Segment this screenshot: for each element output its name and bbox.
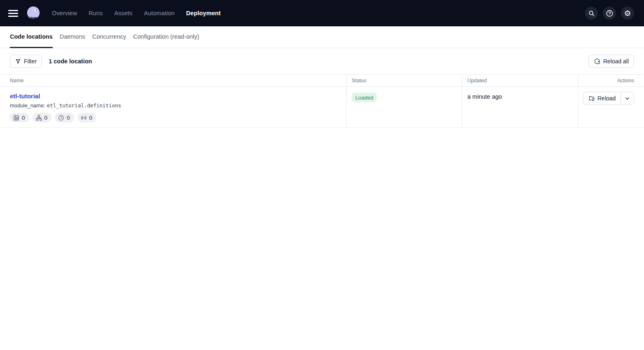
tab-configuration[interactable]: Configuration (read-only) [133, 26, 199, 48]
column-header-actions: Actions [578, 75, 644, 86]
reload-dropdown-button[interactable] [621, 92, 634, 104]
nav-item-overview[interactable]: Overview [52, 10, 77, 16]
reload-button[interactable]: Reload [583, 92, 621, 104]
module-name-value: etl_tutorial.definitions [47, 102, 121, 109]
updated-timestamp: a minute ago [467, 93, 573, 100]
help-icon [606, 9, 614, 17]
reload-all-button[interactable]: Reload all [588, 55, 634, 68]
settings-button[interactable]: ⚙ [621, 7, 634, 20]
sensors-count-badge[interactable]: 0 [77, 113, 97, 123]
assets-icon [13, 115, 19, 121]
filter-button[interactable]: Filter [10, 55, 42, 68]
top-navigation-bar: Overview Runs Assets Automation Deployme… [0, 0, 644, 26]
column-header-name: Name [0, 75, 347, 86]
filter-label: Filter [24, 58, 37, 65]
gear-icon: ⚙ [624, 9, 631, 17]
filter-icon [15, 58, 21, 64]
search-icon [588, 10, 595, 17]
reload-split-button: Reload [583, 92, 634, 105]
tab-code-locations[interactable]: Code locations [10, 26, 53, 48]
column-header-updated: Updated [462, 75, 578, 86]
updated-cell: a minute ago [462, 87, 578, 127]
tab-daemons[interactable]: Daemons [60, 26, 85, 48]
tab-concurrency[interactable]: Concurrency [92, 26, 126, 48]
code-location-reload-icon [594, 58, 600, 65]
jobs-count-badge[interactable]: 0 [33, 113, 52, 123]
module-name-line: module_name: etl_tutorial.definitions [10, 102, 341, 109]
chevron-down-icon [625, 96, 630, 101]
help-button[interactable] [603, 7, 616, 20]
schedules-count-badge[interactable]: 0 [55, 113, 74, 123]
status-badge: Loaded [352, 93, 377, 102]
nav-item-automation[interactable]: Automation [144, 10, 175, 16]
dagster-logo[interactable] [26, 5, 41, 21]
sensors-icon [81, 115, 87, 121]
nav-item-assets[interactable]: Assets [114, 10, 132, 16]
folder-reload-icon [588, 95, 595, 102]
menu-icon[interactable] [8, 7, 20, 19]
definition-count-badges: 0 0 0 [10, 113, 341, 123]
nav-item-runs[interactable]: Runs [89, 10, 103, 16]
code-locations-toolbar: Filter 1 code location Reload all [0, 48, 644, 74]
nav-item-deployment[interactable]: Deployment [186, 10, 221, 16]
column-header-status: Status [347, 75, 462, 86]
code-location-row: etl-tutorial module_name: etl_tutorial.d… [0, 87, 644, 128]
search-button[interactable] [585, 7, 598, 20]
deployment-tabs: Code locations Daemons Concurrency Confi… [0, 26, 644, 48]
code-locations-table-header: Name Status Updated Actions [0, 74, 644, 87]
name-cell: etl-tutorial module_name: etl_tutorial.d… [0, 87, 347, 127]
assets-count-badge[interactable]: 0 [10, 113, 29, 123]
code-location-link[interactable]: etl-tutorial [10, 93, 40, 100]
schedules-icon [58, 115, 64, 121]
reload-all-label: Reload all [603, 58, 629, 65]
status-cell: Loaded [347, 87, 462, 127]
jobs-icon [36, 115, 42, 121]
topnav-actions: ⚙ [585, 7, 634, 20]
actions-cell: Reload [578, 87, 644, 127]
code-location-count: 1 code location [49, 58, 92, 65]
primary-nav: Overview Runs Assets Automation Deployme… [52, 10, 221, 16]
